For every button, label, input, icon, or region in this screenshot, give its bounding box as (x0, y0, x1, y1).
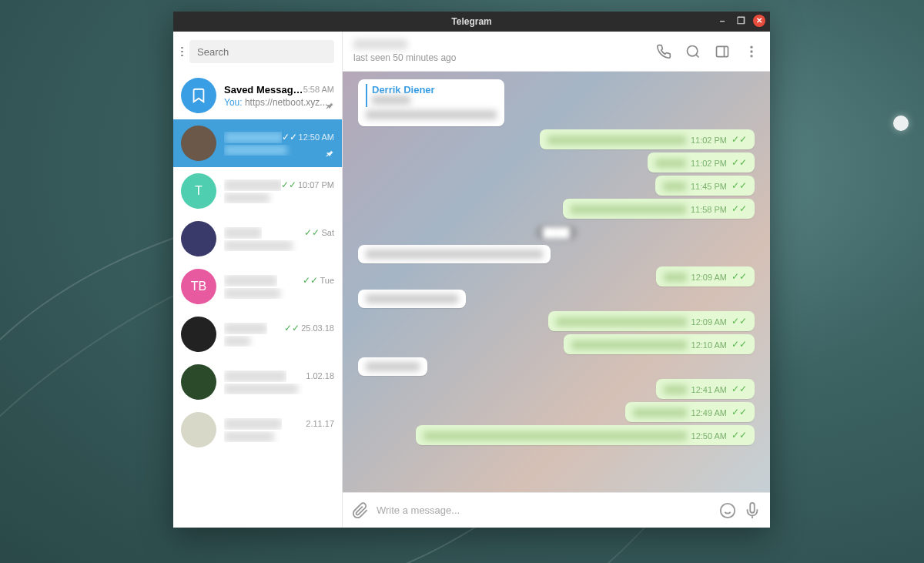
message-row (358, 357, 755, 376)
chat-time: 5:58 AM (303, 85, 334, 94)
voice-icon[interactable] (744, 502, 761, 519)
avatar: T (181, 173, 216, 209)
close-button[interactable]: ✕ (753, 15, 765, 27)
read-check-icon: ✓✓ (732, 180, 747, 191)
message-area[interactable]: Derrik Diener 11:02 PM✓✓ 11:02 PM✓✓ 11:4… (343, 72, 770, 492)
message-time: 12:09 AM (691, 273, 727, 282)
message-row (358, 245, 755, 263)
chat-preview (224, 240, 334, 251)
message-row: 12:09 AM✓✓ (358, 266, 755, 287)
outgoing-message[interactable]: 11:58 PM✓✓ (563, 199, 755, 219)
conversation-panel: last seen 50 minutes ago Derrik Diener 1… (343, 32, 770, 528)
chat-list-item[interactable]: ✓✓ 25.03.18 (173, 310, 342, 358)
svg-point-4 (750, 45, 752, 48)
sidebar: Saved Messages5:58 AMYou: https://netboo… (173, 32, 343, 528)
message-time: 12:49 AM (691, 408, 727, 417)
outgoing-message[interactable]: 12:09 AM✓✓ (548, 311, 755, 331)
read-check-icon: ✓✓ (732, 339, 747, 350)
menu-button[interactable] (181, 42, 183, 61)
read-check-icon: ✓✓ (732, 407, 747, 417)
read-check-icon: ✓✓ (732, 384, 747, 394)
chat-list-item[interactable]: 2.11.17 (173, 406, 342, 454)
avatar: TB (181, 269, 216, 304)
chat-name (224, 132, 282, 143)
chat-time: 2.11.17 (306, 419, 334, 428)
message-row: 11:45 PM✓✓ (358, 176, 755, 196)
incoming-message[interactable] (358, 357, 427, 376)
chat-list-item[interactable]: ✓✓ 12:50 AM (173, 119, 342, 167)
chat-time: 1.02.18 (306, 371, 334, 380)
chat-list-item[interactable]: 1.02.18 (173, 358, 342, 406)
incoming-message[interactable]: Derrik Diener (358, 79, 504, 126)
chat-name (224, 179, 281, 191)
search-icon[interactable] (685, 44, 701, 59)
message-time: 12:50 AM (691, 431, 727, 441)
chat-time: ✓✓ 25.03.18 (284, 323, 334, 333)
svg-point-5 (750, 50, 752, 52)
message-row: 12:10 AM✓✓ (358, 334, 755, 354)
titlebar[interactable]: Telegram – ❐ ✕ (173, 12, 770, 32)
outgoing-message[interactable]: 12:10 AM✓✓ (564, 334, 755, 354)
conversation-name (353, 39, 656, 52)
read-check-icon: ✓✓ (732, 316, 747, 327)
wallpaper-orb (893, 116, 909, 131)
outgoing-message[interactable]: 12:41 AM✓✓ (656, 379, 755, 399)
chat-header[interactable]: last seen 50 minutes ago (343, 32, 770, 72)
svg-line-1 (696, 54, 699, 57)
minimize-button[interactable]: – (716, 15, 728, 27)
svg-point-7 (721, 503, 735, 517)
incoming-message[interactable] (358, 245, 551, 263)
chat-preview (224, 384, 334, 394)
message-row (358, 290, 755, 308)
chat-preview (224, 288, 334, 299)
outgoing-message[interactable]: 12:49 AM✓✓ (625, 402, 755, 422)
chat-list-item[interactable]: T ✓✓ 10:07 PM (173, 167, 342, 215)
chat-list-item[interactable]: ✓✓ Sat (173, 215, 342, 263)
message-time: 11:45 PM (691, 182, 727, 191)
message-row: 11:02 PM✓✓ (358, 152, 755, 173)
avatar (181, 364, 216, 400)
avatar (181, 126, 216, 161)
message-row: 12:49 AM✓✓ (358, 402, 755, 422)
search-input[interactable] (189, 40, 334, 63)
chat-list-item[interactable]: TB ✓✓ Tue (173, 263, 342, 310)
chat-list-item[interactable]: Saved Messages5:58 AMYou: https://netboo… (173, 72, 342, 119)
composer (343, 492, 770, 528)
outgoing-message[interactable]: 11:02 PM✓✓ (540, 129, 755, 149)
attach-icon[interactable] (352, 502, 369, 519)
chat-time: ✓✓ 10:07 PM (281, 179, 334, 190)
pin-icon (323, 149, 334, 159)
emoji-icon[interactable] (719, 502, 736, 519)
chat-name (224, 323, 267, 334)
reply-header: Derrik Diener (366, 84, 497, 107)
message-input[interactable] (377, 504, 711, 516)
message-row: 12:41 AM✓✓ (358, 379, 755, 399)
more-icon[interactable] (744, 44, 759, 59)
call-icon[interactable] (656, 44, 671, 59)
chat-preview (224, 193, 334, 203)
avatar (181, 412, 216, 447)
outgoing-message[interactable]: 12:09 AM✓✓ (656, 266, 755, 287)
outgoing-message[interactable]: 11:45 PM✓✓ (655, 176, 755, 196)
chat-preview (224, 145, 334, 156)
maximize-button[interactable]: ❐ (735, 15, 747, 27)
chat-list[interactable]: Saved Messages5:58 AMYou: https://netboo… (173, 72, 342, 528)
message-row: 12:50 AM✓✓ (358, 425, 755, 445)
date-separator: ████ (358, 225, 755, 239)
outgoing-message[interactable]: 12:50 AM✓✓ (416, 425, 755, 445)
outgoing-message[interactable]: 11:02 PM✓✓ (648, 152, 755, 173)
read-check-icon: ✓✓ (732, 271, 747, 282)
chat-name: Saved Messages (224, 84, 303, 96)
chat-preview: You: https://netboot.xyz... (224, 97, 334, 108)
svg-rect-2 (717, 46, 728, 56)
message-row: 11:02 PM✓✓ (358, 129, 755, 149)
sidepanel-icon[interactable] (715, 44, 730, 59)
chat-preview (224, 336, 334, 347)
message-row: 11:58 PM✓✓ (358, 199, 755, 219)
incoming-message[interactable] (358, 290, 466, 308)
read-check-icon: ✓✓ (732, 203, 747, 214)
desktop-background: Telegram – ❐ ✕ Saved Messages5:58 AMYou:… (0, 0, 924, 563)
message-time: 12:09 AM (691, 317, 727, 327)
message-row: 12:09 AM✓✓ (358, 311, 755, 331)
message-time: 12:41 AM (691, 385, 727, 394)
